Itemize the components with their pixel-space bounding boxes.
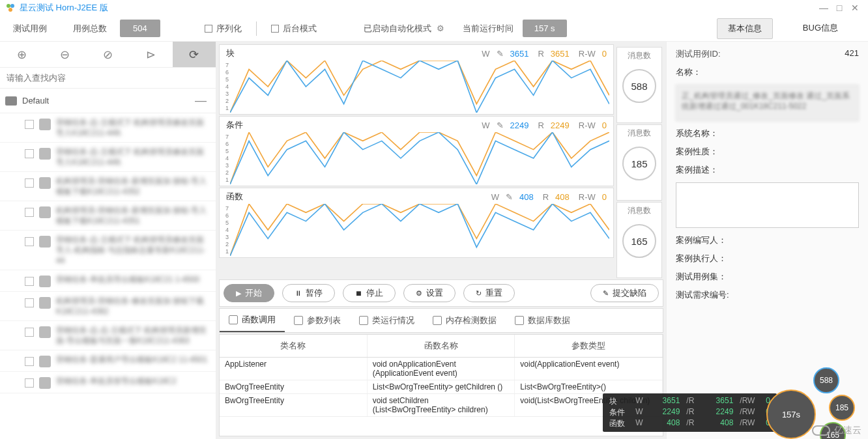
reset-button[interactable]: ↻重置	[463, 284, 515, 302]
start-button[interactable]: ▶开始	[224, 284, 274, 302]
list-item[interactable]: 营销任务-普通用户导出模板K18C2 11-4501	[0, 350, 216, 372]
item-text: 营销任务-单批员管导出模板K18C2	[56, 376, 210, 386]
item-text: 机构管理员-营销任务-新增页面加 按钮-导入模板下载K18C211-4351	[56, 205, 210, 226]
stop-button[interactable]: ⏹停止	[343, 284, 396, 302]
search-box	[0, 68, 216, 89]
collapse-icon[interactable]: —	[195, 94, 210, 107]
overlay-circle-2[interactable]: 185	[829, 395, 855, 421]
top-toolbar: 测试用例 用例总数 504 序列化 后台模式 已启动自动化模式⚙ 当前运行时间 …	[0, 16, 868, 42]
tab-1[interactable]: 参数列表	[285, 309, 350, 332]
list-item[interactable]: 营销任务-单批员导出模板K18C21 1-4500	[0, 270, 216, 292]
tab-icon	[229, 315, 238, 324]
chart-plot[interactable]	[230, 204, 609, 256]
tab-icon	[294, 316, 303, 325]
checkbox[interactable]	[25, 298, 34, 307]
message-count: 165	[622, 224, 656, 258]
bug-info-button[interactable]: BUG信息	[792, 18, 848, 39]
app-logo-icon	[5, 3, 16, 13]
message-side: 消息数588消息数185消息数165	[615, 44, 663, 278]
tab-3[interactable]: 内存检测数据	[424, 309, 506, 332]
list-item[interactable]: 营销任务-单批员管导出模板K18C2	[0, 372, 216, 393]
table-row[interactable]: AppListenervoid onApplicationEvent (Appl…	[220, 358, 663, 380]
item-icon	[39, 326, 51, 338]
add-icon[interactable]: ⊕	[0, 42, 43, 67]
function-table: 类名称函数名称参数类型 AppListenervoid onApplicatio…	[219, 334, 663, 436]
tab-2[interactable]: 类运行情况	[350, 309, 424, 332]
overlay-center-circle[interactable]: 157s	[766, 389, 816, 439]
chart-plot[interactable]	[230, 132, 609, 184]
tab-4[interactable]: 数据库数据	[506, 309, 579, 332]
table-header: 函数名称	[368, 335, 515, 357]
chart-title: 函数	[224, 191, 250, 203]
pencil-icon[interactable]: ✎	[497, 49, 504, 59]
chart-块: 块 W✎3651 R3651 R-W0 7654321	[219, 44, 614, 115]
window-close-button[interactable]: ✕	[847, 3, 863, 13]
list-item[interactable]: 机构管理员-营销任务-新增页面加 按钮-导入模板下载K18C211-4352	[0, 172, 216, 201]
watermark: 亿速云	[812, 425, 861, 436]
pause-button[interactable]: ⏸暂停	[282, 284, 335, 302]
overlay-circle-1[interactable]: 588	[813, 367, 839, 393]
checkbox[interactable]	[25, 328, 34, 337]
pencil-icon[interactable]: ✎	[506, 192, 513, 202]
checkbox[interactable]	[25, 277, 34, 286]
middle-panel: 块 W✎3651 R3651 R-W0 7654321 条件 W✎2249 R2…	[216, 42, 666, 439]
checkbox[interactable]	[25, 378, 34, 388]
tab-0[interactable]: 函数调用	[220, 309, 285, 332]
list-item[interactable]: 营销任务-总-总-主模式下 机构管理员新增页面-导出模板与页面一致K18C211…	[0, 321, 216, 350]
checkbox[interactable]	[25, 149, 34, 158]
checkbox[interactable]	[25, 178, 34, 188]
case-desc-label: 案例描述：	[676, 165, 718, 175]
testcase-list: 营销任务-总-主模式下 机构管理员修改页面导入K18C211-449.营销任务-…	[0, 113, 216, 439]
item-text: 营销任务-普通用户导出模板K18C2 11-4501	[56, 354, 210, 365]
testcase-label: 测试用例	[0, 23, 60, 35]
background-checkbox[interactable]: 后台模式	[271, 23, 317, 35]
checkbox[interactable]	[25, 120, 34, 129]
message-count-box: 消息数588	[616, 47, 662, 123]
item-icon	[39, 356, 51, 367]
checkbox[interactable]	[25, 237, 34, 246]
case-desc-input[interactable]	[676, 182, 859, 228]
category-row[interactable]: Default —	[0, 89, 216, 113]
item-icon	[39, 276, 51, 287]
auto-mode-label: 已启动自动化模式⚙	[354, 23, 454, 35]
message-label: 消息数	[617, 205, 661, 216]
basic-info-button[interactable]: 基本信息	[717, 18, 773, 39]
play-icon[interactable]: ⊳	[130, 42, 173, 67]
checkbox[interactable]	[25, 208, 34, 217]
settings-button[interactable]: ⚙设置	[403, 284, 456, 302]
refresh-icon[interactable]: ⟳	[173, 42, 216, 67]
tab-icon	[359, 316, 368, 325]
message-label: 消息数	[617, 50, 661, 61]
item-icon	[39, 148, 51, 160]
search-input[interactable]	[4, 70, 212, 85]
item-icon	[39, 206, 51, 218]
message-label: 消息数	[617, 128, 661, 139]
item-text: 营销任务-总-主模式下 机构管理员修改页面导入K18C211-449.	[56, 147, 210, 167]
edit-icon[interactable]: ⊘	[86, 42, 129, 67]
chart-plot[interactable]	[230, 61, 609, 113]
list-item[interactable]: 机构管理员-营销任务-修改页面加 按钮下载K18C211-4362	[0, 292, 216, 321]
pencil-icon[interactable]: ✎	[497, 120, 504, 130]
gear-icon[interactable]: ⚙	[437, 23, 444, 33]
list-item[interactable]: 机构管理员-营销任务-新增页面加 按钮-导入模板下载K18C211-4351	[0, 201, 216, 231]
item-text: 营销任务-总-总-主模式下 机构管理员新增页面-导出模板与页面一致K18C211…	[56, 325, 210, 346]
window-minimize-button[interactable]: —	[816, 3, 832, 13]
remove-icon[interactable]: ⊖	[43, 42, 86, 67]
checkbox[interactable]	[25, 357, 34, 366]
list-item[interactable]: 营销任务-总-主模式下 机构管理员修改页面导入-机构指标 与总指标总量等新K18…	[0, 231, 216, 270]
table-row[interactable]: BwOrgTreeEntityvoid setChildren (List<Bw…	[220, 394, 663, 417]
list-item[interactable]: 营销任务-总-主模式下 机构管理员修改页面导入K18C211-449.	[0, 143, 216, 172]
serialize-checkbox[interactable]: 序列化	[205, 23, 242, 35]
watermark-icon	[812, 425, 830, 436]
runtime-label: 当前运行时间	[454, 23, 523, 35]
id-value: 421	[734, 48, 859, 60]
table-row[interactable]: BwOrgTreeEntityList<BwOrgTreeEntity> get…	[220, 380, 663, 394]
chart-title: 块	[224, 48, 250, 59]
total-badge: 504	[120, 20, 160, 37]
category-name: Default	[22, 96, 195, 106]
table-header: 类名称	[220, 335, 368, 357]
chart-条件: 条件 W✎2249 R2249 R-W0 7654321	[219, 116, 614, 186]
window-maximize-button[interactable]: □	[832, 3, 847, 13]
list-item[interactable]: 营销任务-总-主模式下 机构管理员修改页面导入K18C211-449.	[0, 113, 216, 143]
submit-defect-button[interactable]: ✎提交缺陷	[590, 284, 659, 302]
